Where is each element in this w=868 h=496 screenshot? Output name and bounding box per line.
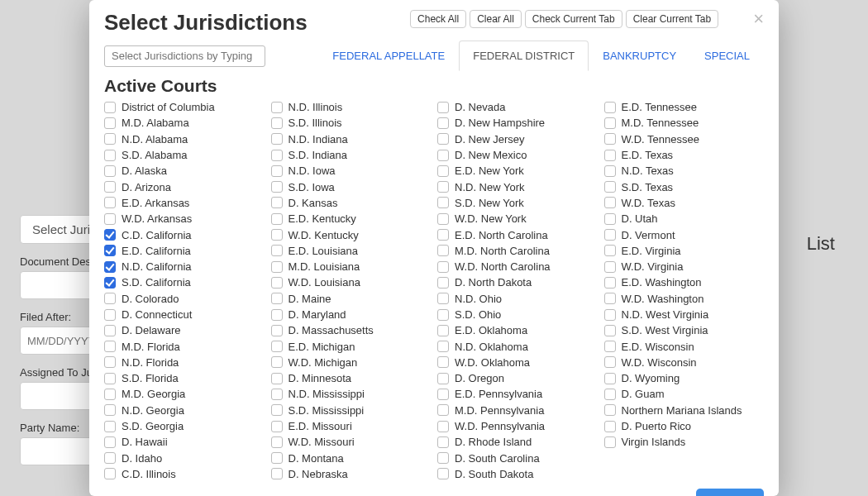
- court-checkbox[interactable]: [437, 213, 449, 225]
- court-checkbox[interactable]: [271, 150, 283, 161]
- court-checkbox[interactable]: [271, 452, 283, 464]
- tab-federal-appellate[interactable]: FEDERAL APPELLATE: [318, 41, 459, 71]
- tab-bankruptcy[interactable]: BANKRUPTCY: [589, 41, 690, 71]
- court-checkbox[interactable]: [271, 117, 283, 129]
- court-checkbox[interactable]: [104, 150, 116, 161]
- header-btn-check-current-tab[interactable]: Check Current Tab: [525, 10, 622, 28]
- court-checkbox[interactable]: [437, 325, 449, 336]
- court-checkbox[interactable]: [604, 421, 616, 432]
- tab-special[interactable]: SPECIAL: [690, 41, 764, 71]
- court-checkbox[interactable]: [104, 197, 116, 208]
- court-checkbox[interactable]: [437, 452, 449, 464]
- court-checkbox[interactable]: [271, 373, 283, 384]
- jurisdiction-search-input[interactable]: [104, 45, 265, 67]
- court-checkbox[interactable]: [437, 181, 449, 193]
- court-checkbox[interactable]: [437, 277, 449, 289]
- court-checkbox[interactable]: [104, 117, 116, 129]
- court-checkbox[interactable]: [104, 309, 116, 321]
- court-checkbox[interactable]: [604, 102, 616, 113]
- court-checkbox[interactable]: [604, 117, 616, 129]
- court-checkbox[interactable]: [104, 452, 116, 464]
- court-checkbox[interactable]: [271, 261, 283, 273]
- court-checkbox[interactable]: [604, 150, 616, 161]
- court-checkbox[interactable]: [604, 261, 616, 273]
- court-checkbox[interactable]: [604, 356, 616, 368]
- court-checkbox[interactable]: [437, 229, 449, 241]
- court-checkbox[interactable]: [604, 436, 616, 448]
- court-checkbox[interactable]: [271, 133, 283, 145]
- court-checkbox[interactable]: [437, 293, 449, 304]
- header-btn-clear-all[interactable]: Clear All: [470, 10, 522, 28]
- court-checkbox[interactable]: [271, 309, 283, 321]
- court-checkbox[interactable]: [437, 197, 449, 208]
- header-btn-check-all[interactable]: Check All: [410, 10, 466, 28]
- court-checkbox[interactable]: [437, 309, 449, 321]
- court-checkbox[interactable]: [437, 117, 449, 129]
- court-checkbox[interactable]: [604, 245, 616, 256]
- court-checkbox[interactable]: [437, 165, 449, 177]
- court-checkbox[interactable]: [271, 165, 283, 177]
- court-checkbox[interactable]: [271, 213, 283, 225]
- court-checkbox[interactable]: [104, 213, 116, 225]
- court-checkbox[interactable]: [271, 389, 283, 400]
- court-checkbox[interactable]: [271, 102, 283, 113]
- court-checkbox[interactable]: [104, 356, 116, 368]
- apply-button[interactable]: Apply: [696, 489, 764, 496]
- court-checkbox[interactable]: [604, 165, 616, 177]
- court-checkbox[interactable]: [604, 213, 616, 225]
- court-checkbox[interactable]: [271, 468, 283, 479]
- court-checkbox[interactable]: [271, 341, 283, 352]
- court-checkbox[interactable]: [104, 229, 116, 241]
- court-checkbox[interactable]: [104, 468, 116, 479]
- court-checkbox[interactable]: [437, 150, 449, 161]
- court-checkbox[interactable]: [104, 245, 116, 256]
- court-checkbox[interactable]: [604, 404, 616, 416]
- court-checkbox[interactable]: [271, 356, 283, 368]
- court-checkbox[interactable]: [437, 436, 449, 448]
- court-checkbox[interactable]: [104, 404, 116, 416]
- court-checkbox[interactable]: [437, 468, 449, 479]
- header-btn-clear-current-tab[interactable]: Clear Current Tab: [626, 10, 719, 28]
- court-checkbox[interactable]: [104, 421, 116, 432]
- court-checkbox[interactable]: [604, 133, 616, 145]
- court-checkbox[interactable]: [437, 245, 449, 256]
- court-checkbox[interactable]: [604, 309, 616, 321]
- close-icon[interactable]: ×: [753, 10, 764, 28]
- court-checkbox[interactable]: [104, 102, 116, 113]
- court-checkbox[interactable]: [437, 421, 449, 432]
- court-checkbox[interactable]: [604, 293, 616, 304]
- court-checkbox[interactable]: [604, 325, 616, 336]
- court-checkbox[interactable]: [104, 341, 116, 352]
- court-checkbox[interactable]: [104, 277, 116, 289]
- court-checkbox[interactable]: [437, 356, 449, 368]
- court-checkbox[interactable]: [104, 133, 116, 145]
- court-checkbox[interactable]: [104, 165, 116, 177]
- court-checkbox[interactable]: [104, 373, 116, 384]
- court-checkbox[interactable]: [271, 421, 283, 432]
- court-checkbox[interactable]: [271, 181, 283, 193]
- court-checkbox[interactable]: [437, 389, 449, 400]
- court-checkbox[interactable]: [604, 341, 616, 352]
- court-checkbox[interactable]: [271, 197, 283, 208]
- court-checkbox[interactable]: [604, 277, 616, 289]
- court-checkbox[interactable]: [104, 389, 116, 400]
- court-checkbox[interactable]: [437, 404, 449, 416]
- court-checkbox[interactable]: [104, 436, 116, 448]
- court-checkbox[interactable]: [271, 277, 283, 289]
- court-checkbox[interactable]: [271, 325, 283, 336]
- court-checkbox[interactable]: [271, 404, 283, 416]
- court-checkbox[interactable]: [604, 181, 616, 193]
- court-checkbox[interactable]: [604, 197, 616, 208]
- court-checkbox[interactable]: [437, 133, 449, 145]
- court-checkbox[interactable]: [437, 102, 449, 113]
- court-checkbox[interactable]: [271, 436, 283, 448]
- court-checkbox[interactable]: [271, 245, 283, 256]
- court-checkbox[interactable]: [604, 229, 616, 241]
- court-checkbox[interactable]: [104, 261, 116, 273]
- court-checkbox[interactable]: [104, 181, 116, 193]
- court-checkbox[interactable]: [104, 325, 116, 336]
- court-checkbox[interactable]: [437, 261, 449, 273]
- court-checkbox[interactable]: [271, 229, 283, 241]
- court-checkbox[interactable]: [271, 293, 283, 304]
- court-checkbox[interactable]: [104, 293, 116, 304]
